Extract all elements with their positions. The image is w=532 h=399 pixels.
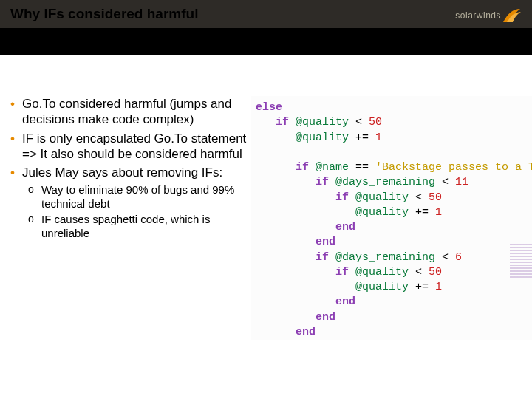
code-line: end bbox=[256, 325, 532, 340]
code-line: @quality += 1 bbox=[256, 131, 532, 146]
bullet-list: Go.To considered harmful (jumps and deci… bbox=[10, 96, 247, 240]
code-line: if @quality < 50 bbox=[256, 265, 532, 280]
code-line: end bbox=[256, 310, 532, 325]
flame-icon bbox=[501, 7, 522, 24]
code-line: if @quality < 50 bbox=[256, 191, 532, 205]
code-line: end bbox=[256, 220, 532, 235]
code-snippet: else if @quality < 50 @quality += 1 if @… bbox=[251, 96, 532, 340]
bullet-item: IF is only encapsulated Go.To statement … bbox=[10, 131, 247, 163]
code-line: @quality += 1 bbox=[256, 280, 532, 295]
brand-logo: solarwinds bbox=[455, 7, 522, 24]
slide: Why IFs considered harmful solarwinds Go… bbox=[0, 0, 532, 399]
slide-title: Why IFs considered harmful bbox=[10, 6, 198, 22]
bullet-list-container: Go.To considered harmful (jumps and deci… bbox=[10, 96, 247, 243]
sub-bullet-list: Way to eliminate 90% of bugs and 99% tec… bbox=[28, 183, 247, 240]
code-line: @quality += 1 bbox=[256, 205, 532, 220]
bullet-text: IF is only encapsulated Go.To statement … bbox=[22, 132, 246, 161]
sub-bullet-item: Way to eliminate 90% of bugs and 99% tec… bbox=[28, 183, 247, 211]
code-line: if @quality < 50 bbox=[256, 115, 532, 130]
bullet-text: Go.To considered harmful (jumps and deci… bbox=[22, 97, 231, 126]
bullet-item: Go.To considered harmful (jumps and deci… bbox=[10, 96, 247, 128]
code-line: if @days_remaining < 6 bbox=[256, 250, 532, 265]
header-sub-band bbox=[0, 28, 532, 55]
bullet-item: Jules May says about removing IFs:Way to… bbox=[10, 165, 247, 240]
code-block: else if @quality < 50 @quality += 1 if @… bbox=[251, 96, 532, 340]
bullet-text: Jules May says about removing IFs: bbox=[22, 166, 222, 180]
brand-name: solarwinds bbox=[455, 10, 501, 21]
code-overflow-hint bbox=[510, 244, 532, 278]
code-line: end bbox=[256, 295, 532, 310]
code-line: end bbox=[256, 235, 532, 250]
code-line: if @name == 'Backstage passes to a TAFK bbox=[256, 160, 532, 175]
code-line: else bbox=[256, 100, 532, 115]
sub-bullet-item: IF causes spaghetti code, which is unrel… bbox=[28, 213, 247, 241]
code-line: if @days_remaining < 11 bbox=[256, 175, 532, 190]
code-line bbox=[256, 146, 532, 160]
